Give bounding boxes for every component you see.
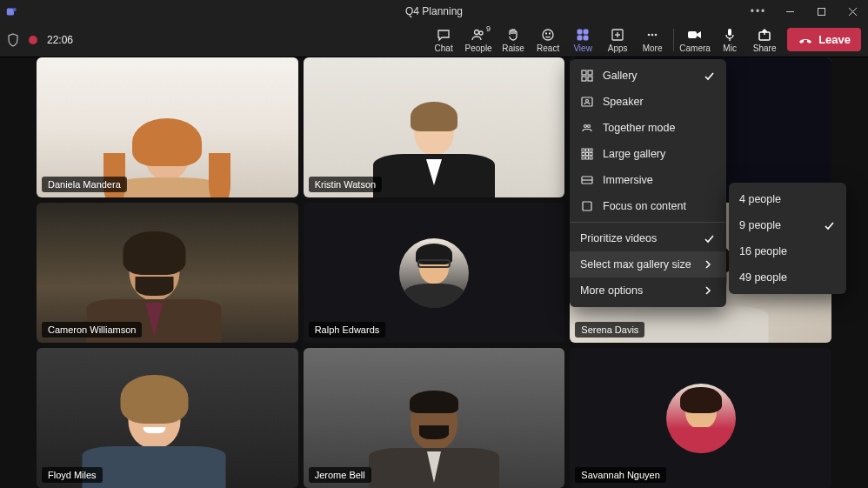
svg-rect-37 [586,153,589,156]
view-button[interactable]: View [565,24,600,56]
window-controls: ••• [743,0,868,23]
svg-rect-0 [6,8,13,15]
together-icon [580,121,594,135]
view-menu: Gallery Speaker Together mode Large gall… [570,59,726,307]
svg-rect-38 [590,153,592,156]
svg-point-7 [475,30,479,34]
raise-hand-icon [506,27,520,43]
chevron-right-icon [704,286,716,295]
video-tile[interactable]: Savannah Nguyen [570,348,831,488]
svg-point-19 [648,33,651,36]
menu-item-more-options[interactable]: More options [570,277,726,304]
svg-rect-13 [584,30,588,34]
submenu-item-16[interactable]: 16 people [729,238,846,264]
participant-name: Serena Davis [575,322,644,338]
svg-rect-25 [582,70,586,75]
menu-item-prioritize[interactable]: Prioritize videos [570,225,726,251]
svg-rect-41 [590,157,592,159]
video-tile[interactable]: Jerome Bell [304,348,565,488]
chat-button[interactable]: Chat [426,24,461,56]
svg-point-10 [546,33,547,34]
raise-button[interactable]: Raise [496,24,531,56]
titlebar: Q4 Planning ••• [0,0,868,23]
svg-rect-33 [582,149,584,151]
menu-item-focus[interactable]: Focus on content [570,193,726,219]
video-tile[interactable]: Daniela Mandera [37,57,298,197]
svg-point-20 [651,33,654,36]
mic-button[interactable]: Mic [712,24,747,56]
menu-item-large-gallery[interactable]: Large gallery [570,141,726,167]
svg-rect-39 [582,157,584,159]
react-icon [541,27,555,43]
participant-name: Jerome Bell [309,467,371,483]
svg-rect-23 [728,29,731,36]
svg-point-11 [550,33,551,34]
menu-divider [570,222,726,223]
view-icon [576,27,590,43]
menu-item-speaker[interactable]: Speaker [570,89,726,115]
gallery-size-submenu: 4 people 9 people 16 people 49 people [729,183,846,294]
svg-rect-36 [582,153,584,156]
app-icon [0,6,23,17]
leave-button[interactable]: Leave [787,28,861,51]
camera-button[interactable]: Camera [678,24,712,56]
svg-rect-12 [578,30,582,34]
window-title: Q4 Planning [405,5,463,17]
svg-rect-22 [688,31,697,38]
more-icon [645,27,659,43]
check-icon [704,233,716,244]
menu-item-immersive[interactable]: Immersive [570,167,726,193]
meeting-timer: 22:06 [47,34,73,46]
share-button[interactable]: Share [747,24,782,56]
svg-point-32 [588,125,591,128]
immersive-icon [580,173,594,187]
focus-icon [580,199,594,213]
svg-rect-34 [586,149,589,151]
chat-icon [437,27,451,43]
check-icon [704,70,716,82]
menu-item-select-max[interactable]: Select max gallery size [570,251,726,277]
apps-icon [611,27,624,43]
svg-rect-14 [578,36,582,40]
participant-name: Daniela Mandera [42,177,127,192]
titlebar-more-icon[interactable]: ••• [743,0,774,23]
camera-icon [687,27,703,43]
svg-point-9 [543,30,553,40]
check-icon [824,220,836,231]
people-button[interactable]: 9 People [461,24,496,56]
svg-point-21 [655,33,658,36]
menu-item-together[interactable]: Together mode [570,115,726,141]
participant-name: Savannah Nguyen [575,467,666,483]
large-gallery-icon [580,147,594,161]
speaker-icon [580,95,594,109]
shield-icon[interactable] [7,33,19,47]
submenu-item-9[interactable]: 9 people [729,212,846,238]
svg-point-30 [586,100,589,103]
menu-item-gallery[interactable]: Gallery [570,63,726,89]
close-icon[interactable] [837,0,868,23]
video-tile[interactable]: Cameron Williamson [37,203,298,343]
video-tile[interactable]: Floyd Miles [37,348,298,488]
video-tile[interactable]: Kristin Watson [304,57,565,197]
more-button[interactable]: More [635,24,670,56]
svg-rect-3 [818,8,825,15]
submenu-item-4[interactable]: 4 people [729,186,846,212]
svg-rect-43 [583,202,591,211]
participant-name: Cameron Williamson [42,322,142,338]
svg-rect-27 [582,77,586,81]
svg-rect-15 [584,36,588,40]
toolbar-divider [673,29,674,51]
svg-rect-35 [590,149,592,151]
submenu-item-49[interactable]: 49 people [729,264,846,291]
minimize-icon[interactable] [774,0,805,23]
mic-icon [723,27,737,43]
record-icon [28,35,38,45]
svg-point-8 [479,31,483,35]
participant-name: Ralph Edwards [309,322,386,338]
maximize-icon[interactable] [805,0,837,23]
react-button[interactable]: React [531,24,565,56]
svg-point-1 [12,8,16,11]
svg-rect-26 [588,70,592,75]
apps-button[interactable]: Apps [600,24,635,56]
video-tile[interactable]: Ralph Edwards [304,203,565,343]
